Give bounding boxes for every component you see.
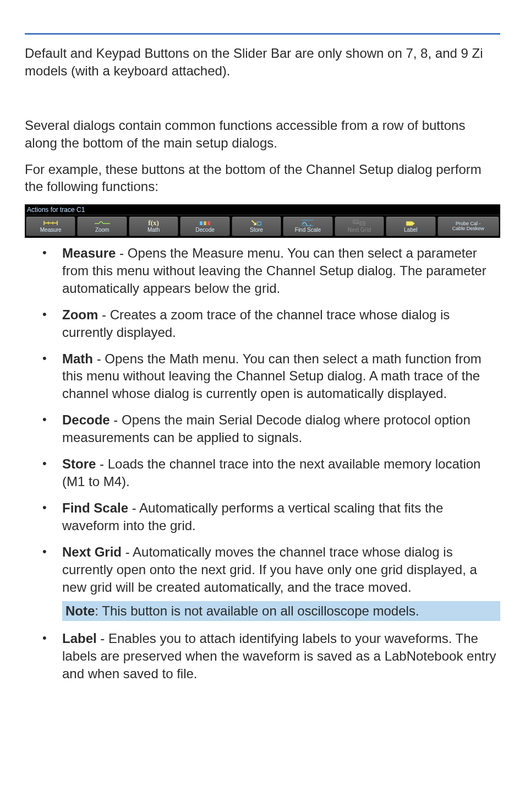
measure-label: Measure <box>40 227 62 233</box>
item-store-title: Store <box>62 456 96 471</box>
store-icon <box>249 219 264 227</box>
item-next-grid-text: - Automatically moves the channel trace … <box>62 544 477 595</box>
decode-button[interactable]: Decode <box>180 216 229 236</box>
note-box: Note: This button is not available on al… <box>62 601 500 621</box>
item-find-scale-title: Find Scale <box>62 500 128 515</box>
item-zoom: Zoom - Creates a zoom trace of the chann… <box>62 306 500 341</box>
probe-cal-button[interactable]: Probe Cal - Cable Deskew <box>438 216 500 236</box>
item-measure: Measure - Opens the Measure menu. You ca… <box>62 244 500 297</box>
probe-cal-line2: Cable Deskew <box>452 226 484 231</box>
decode-label: Decode <box>195 227 214 233</box>
note-title: Note <box>65 603 95 618</box>
decode-icon <box>198 219 213 227</box>
toolbar-screenshot: Actions for trace C1 Measure Zoom f(x) M… <box>25 204 500 238</box>
item-label-title: Label <box>62 631 97 646</box>
next-grid-button[interactable]: Next Grid <box>335 216 384 236</box>
measure-button[interactable]: Measure <box>26 216 75 236</box>
zoom-label: Zoom <box>95 227 110 233</box>
item-find-scale: Find Scale - Automatically performs a ve… <box>62 499 500 535</box>
find-scale-icon <box>300 219 315 227</box>
svg-rect-9 <box>207 221 210 225</box>
math-label: Math <box>147 227 160 233</box>
toolbar-buttons-row: Measure Zoom f(x) Math Decode <box>25 215 500 238</box>
paragraph-2: Several dialogs contain common functions… <box>25 117 500 151</box>
item-next-grid: Next Grid - Automatically moves the chan… <box>62 543 500 622</box>
paragraph-3: For example, these buttons at the bottom… <box>25 161 500 195</box>
label-icon <box>403 219 418 227</box>
item-zoom-title: Zoom <box>62 307 98 322</box>
item-zoom-text: - Creates a zoom trace of the channel tr… <box>62 307 450 340</box>
item-next-grid-title: Next Grid <box>62 544 122 559</box>
math-fx-icon: f(x) <box>146 219 161 227</box>
label-btn-label: Label <box>404 227 417 233</box>
intro-paragraph: Default and Keypad Buttons on the Slider… <box>25 45 500 79</box>
item-label: Label - Enables you to attach identifyin… <box>62 630 500 683</box>
item-decode-title: Decode <box>62 412 110 427</box>
item-label-text: - Enables you to attach identifying labe… <box>62 631 496 681</box>
horizontal-divider <box>25 33 500 35</box>
item-math-text: - Opens the Math menu. You can then sele… <box>62 351 482 401</box>
label-button[interactable]: Label <box>386 216 435 236</box>
zoom-button[interactable]: Zoom <box>77 216 127 236</box>
item-measure-title: Measure <box>62 246 116 260</box>
find-scale-button[interactable]: Find Scale <box>283 216 332 236</box>
zoom-icon <box>95 219 110 227</box>
find-scale-label: Find Scale <box>295 227 321 233</box>
measure-icon <box>43 219 58 227</box>
item-measure-text: - Opens the Measure menu. You can then s… <box>62 246 486 296</box>
item-store-text: - Loads the channel trace into the next … <box>62 456 480 489</box>
item-math-title: Math <box>62 351 93 366</box>
item-store: Store - Loads the channel trace into the… <box>62 455 500 491</box>
item-decode: Decode - Opens the main Serial Decode di… <box>62 411 500 446</box>
store-label: Store <box>250 227 263 233</box>
math-button[interactable]: f(x) Math <box>129 216 178 236</box>
store-button[interactable]: Store <box>232 216 281 236</box>
next-grid-label: Next Grid <box>348 227 371 233</box>
svg-rect-8 <box>204 221 206 225</box>
svg-rect-10 <box>258 222 261 225</box>
function-list: Measure - Opens the Measure menu. You ca… <box>25 244 500 683</box>
item-decode-text: - Opens the main Serial Decode dialog wh… <box>62 412 471 445</box>
item-math: Math - Opens the Math menu. You can then… <box>62 350 500 403</box>
svg-rect-7 <box>200 221 203 225</box>
next-grid-icon <box>352 219 367 227</box>
toolbar-title: Actions for trace C1 <box>25 204 500 215</box>
note-text: : This button is not available on all os… <box>95 603 419 618</box>
